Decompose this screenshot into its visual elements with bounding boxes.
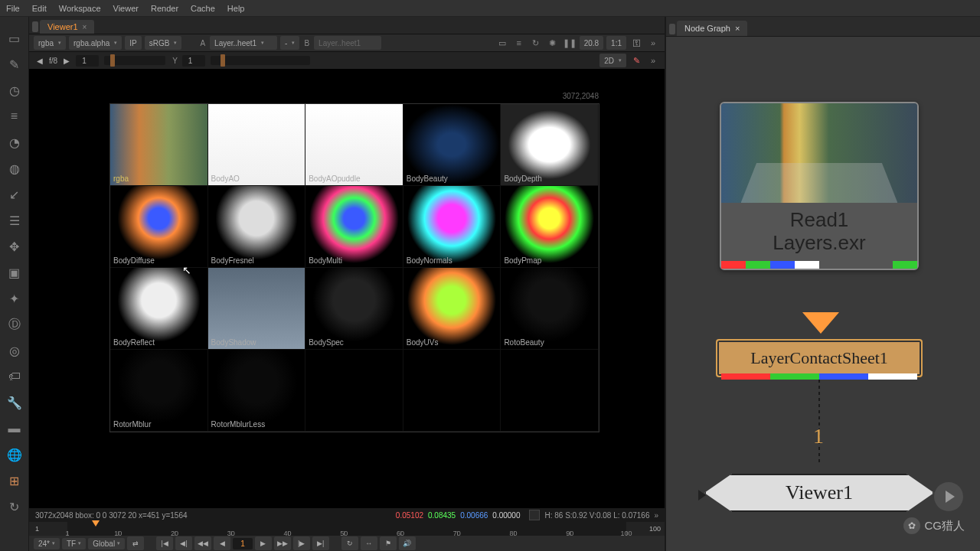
ng-tab-handle[interactable]: [669, 24, 675, 34]
layer-cell[interactable]: BodyAO: [208, 104, 306, 186]
vol-button[interactable]: 🔊: [399, 536, 416, 550]
global-dd[interactable]: Global: [88, 538, 125, 549]
play-overlay-icon[interactable]: [934, 482, 963, 511]
ratio-button[interactable]: 1:1: [606, 36, 626, 50]
layer-cell[interactable]: RotoBeauty: [501, 268, 599, 350]
playhead[interactable]: [90, 522, 99, 536]
current-frame[interactable]: 1: [233, 538, 253, 549]
tool-pen[interactable]: ✎: [7, 57, 22, 72]
layer-cell[interactable]: BodyPmap: [501, 186, 599, 268]
last-frame[interactable]: ▶|: [312, 536, 329, 550]
play-rev[interactable]: ◀◀: [194, 536, 211, 550]
tool-lines[interactable]: ≡: [7, 109, 22, 124]
zoom-val[interactable]: 20.8: [580, 36, 603, 50]
layer-cell[interactable]: BodyUVs: [403, 268, 501, 350]
next-key[interactable]: |▶: [293, 536, 310, 550]
menu-viewer[interactable]: Viewer: [113, 4, 139, 13]
expand-status[interactable]: »: [654, 511, 658, 520]
tool-layers[interactable]: ☰: [7, 213, 22, 228]
layer-cell[interactable]: BodyAOpuddle: [305, 104, 403, 186]
fps-dd[interactable]: 24*: [34, 538, 60, 549]
layer-cell[interactable]: BodyDiffuse: [110, 186, 208, 268]
tool-world[interactable]: 🌐: [7, 447, 22, 462]
layer-cell[interactable]: RotorMblur: [110, 350, 208, 432]
marker-button[interactable]: ⚑: [380, 536, 397, 550]
viewer-tab[interactable]: Viewer1 ×: [40, 20, 94, 34]
menu-workspace[interactable]: Workspace: [59, 4, 101, 13]
lock-icon[interactable]: ⚿: [629, 36, 643, 50]
menu-cache[interactable]: Cache: [191, 4, 215, 13]
step-rev[interactable]: ◀: [214, 536, 230, 550]
clip-icon[interactable]: ▭: [495, 36, 509, 50]
input-a-dd[interactable]: Layer..heet1: [210, 36, 277, 50]
gamma-input[interactable]: 1: [182, 55, 205, 67]
menu-file[interactable]: File: [6, 4, 20, 13]
tool-tag[interactable]: 🏷: [7, 369, 22, 384]
nodegraph-tab[interactable]: Node Graph ×: [677, 21, 747, 36]
read-node[interactable]: Read1 Layers.exr: [720, 102, 919, 270]
close-icon[interactable]: ×: [83, 23, 87, 31]
wipe-icon[interactable]: ✎: [629, 54, 643, 67]
viewer-node[interactable]: Viewer1: [704, 462, 934, 523]
roi-icon[interactable]: ≡: [512, 36, 526, 50]
menu-edit[interactable]: Edit: [32, 4, 47, 13]
layer-cell[interactable]: RotorMblurLess: [208, 350, 306, 432]
alpha-dd[interactable]: rgba.alpha: [69, 36, 122, 50]
gain-input[interactable]: 1: [76, 55, 99, 67]
layer-cell[interactable]: BodyBeauty: [403, 104, 501, 186]
tool-cube[interactable]: ▣: [7, 265, 22, 280]
view-mode-dd[interactable]: 2D: [599, 54, 626, 67]
viewer-canvas[interactable]: 3072,2048 rgbaBodyAOBodyAOpuddleBodyBeau…: [29, 69, 665, 508]
close-icon[interactable]: ×: [735, 24, 740, 33]
tool-1[interactable]: ▭: [7, 31, 22, 46]
pause-icon[interactable]: ❚❚: [563, 36, 577, 50]
tool-pie[interactable]: ◔: [7, 135, 22, 150]
menu-help[interactable]: Help: [227, 4, 245, 13]
step-fwd[interactable]: ▶: [255, 536, 272, 550]
tool-spark[interactable]: ✦: [7, 291, 22, 306]
tool-sphere[interactable]: ◍: [7, 161, 22, 176]
layer-cell[interactable]: BodyNormals: [403, 186, 501, 268]
expand2-icon[interactable]: »: [646, 54, 660, 67]
ip-button[interactable]: IP: [125, 36, 141, 50]
prev-key[interactable]: ◀|: [175, 536, 192, 550]
input-b[interactable]: Layer..heet1: [314, 36, 381, 50]
refresh-icon[interactable]: ↻: [529, 36, 543, 50]
layer-cell[interactable]: [501, 350, 599, 432]
layercontactsheet-node[interactable]: LayerContactSheet1: [716, 339, 923, 377]
fstop-next[interactable]: ▶: [60, 57, 73, 65]
tool-clock[interactable]: ◷: [7, 83, 22, 98]
sync-button[interactable]: ⇄: [127, 536, 144, 550]
menu-render[interactable]: Render: [151, 4, 178, 13]
proxy-icon[interactable]: ✺: [546, 36, 560, 50]
nodegraph-canvas[interactable]: Read1 Layers.exr LayerContactSheet1 1 Vi…: [666, 37, 980, 551]
tool-refresh[interactable]: ↻: [7, 499, 22, 514]
tool-move[interactable]: ✥: [7, 239, 22, 254]
tool-grid[interactable]: ⊞: [7, 473, 22, 488]
play-fwd[interactable]: ▶▶: [274, 536, 291, 550]
bounce-button[interactable]: ↔: [361, 536, 377, 550]
colorspace-dd[interactable]: sRGB: [145, 36, 182, 50]
gain-slider[interactable]: [104, 56, 165, 65]
layer-cell[interactable]: BodyReflect: [110, 268, 208, 350]
tool-curve[interactable]: ↙: [7, 187, 22, 202]
layer-cell[interactable]: [305, 350, 403, 432]
first-frame[interactable]: |◀: [156, 536, 173, 550]
layer-cell[interactable]: BodyShadow: [208, 268, 306, 350]
layer-cell[interactable]: BodyMulti: [305, 186, 403, 268]
tool-d[interactable]: Ⓓ: [7, 317, 22, 332]
tab-handle[interactable]: [32, 21, 38, 32]
timeline-ruler[interactable]: 1 100 1102030405060708090100 »: [67, 522, 626, 536]
fstop-prev[interactable]: ◀: [34, 57, 46, 65]
layer-cell[interactable]: BodyDepth: [501, 104, 599, 186]
layer-cell[interactable]: rgba: [110, 104, 208, 186]
loop-button[interactable]: ↻: [341, 536, 358, 550]
tool-drive[interactable]: ▬: [7, 421, 22, 436]
layer-cell[interactable]: [403, 350, 501, 432]
tf-dd[interactable]: TF: [62, 538, 86, 549]
layer-cell[interactable]: BodySpec: [305, 268, 403, 350]
wipe-dd[interactable]: -: [280, 36, 299, 50]
tool-wrench[interactable]: 🔧: [7, 395, 22, 410]
layer-cell[interactable]: BodyFresnel: [208, 186, 306, 268]
channel-dd[interactable]: rgba: [34, 36, 66, 50]
